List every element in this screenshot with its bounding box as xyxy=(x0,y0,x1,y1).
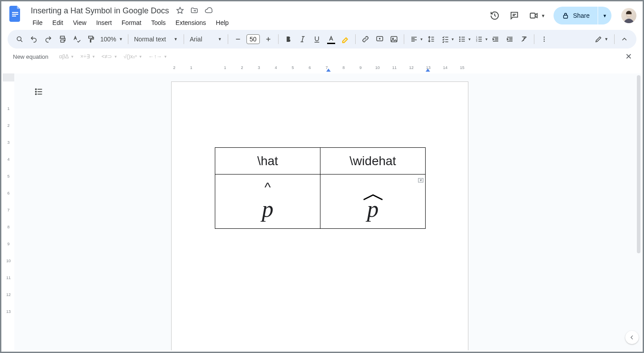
ruler-tick: 2 xyxy=(173,65,175,70)
equation-arrows-menu[interactable]: ←↑→▼ xyxy=(148,53,167,60)
menu-edit[interactable]: Edit xyxy=(49,17,67,28)
table-cell[interactable]: ^ p xyxy=(215,174,320,229)
share-dropdown-button[interactable]: ▼ xyxy=(598,7,611,24)
cloud-status-icon[interactable] xyxy=(205,7,213,15)
horizontal-ruler-row: 21123456789101112131415 xyxy=(1,65,643,73)
ruler-tick: 7 xyxy=(7,208,9,212)
underline-button[interactable] xyxy=(310,32,324,46)
first-line-indent-marker[interactable] xyxy=(326,69,331,72)
ruler-tick: 4 xyxy=(7,157,9,162)
bulleted-list-button[interactable] xyxy=(455,32,469,46)
menu-insert[interactable]: Insert xyxy=(93,17,115,28)
equation-operators-menu[interactable]: ×÷∃▼ xyxy=(80,53,95,60)
italic-button[interactable] xyxy=(296,32,309,46)
svg-point-20 xyxy=(544,37,545,37)
move-icon[interactable] xyxy=(190,7,198,15)
text-color-button[interactable] xyxy=(324,32,338,46)
ruler-tick: 3 xyxy=(258,65,260,70)
account-avatar[interactable] xyxy=(621,8,636,23)
svg-rect-0 xyxy=(12,12,18,13)
numbered-list-button[interactable]: 123 xyxy=(472,32,486,46)
document-title[interactable]: Inserting a Hat Symbol in Google Docs xyxy=(29,6,171,16)
ruler-tick: 9 xyxy=(7,242,9,246)
vertical-ruler[interactable]: 12345678910111213 xyxy=(3,73,14,350)
ruler-tick: 10 xyxy=(375,65,380,70)
paragraph-style-select[interactable]: Normal text▼ xyxy=(131,36,180,43)
history-icon[interactable] xyxy=(489,10,500,21)
hat-accent: ^ xyxy=(264,180,271,195)
new-equation-button[interactable]: New equation xyxy=(8,52,53,62)
svg-point-21 xyxy=(544,39,545,40)
svg-rect-9 xyxy=(61,40,64,42)
chevron-left-icon xyxy=(629,334,635,341)
hat-base: p xyxy=(262,196,274,222)
equation-greek-menu[interactable]: αβΔ▼ xyxy=(59,53,74,60)
ruler-tick: 5 xyxy=(291,65,294,70)
ruler-tick: 2 xyxy=(241,65,243,70)
collapse-toolbar-button[interactable] xyxy=(618,32,631,46)
menu-format[interactable]: Format xyxy=(118,17,145,28)
close-equation-button[interactable]: ✕ xyxy=(622,50,636,63)
pencil-icon xyxy=(595,35,603,43)
table-cell[interactable]: \hat xyxy=(215,148,320,174)
more-button[interactable] xyxy=(537,32,551,46)
font-size-input[interactable]: 50 xyxy=(246,34,260,44)
menu-tools[interactable]: Tools xyxy=(148,17,169,28)
undo-button[interactable] xyxy=(27,32,41,46)
svg-point-24 xyxy=(35,91,36,92)
show-outline-button[interactable] xyxy=(31,84,46,99)
checklist-button[interactable] xyxy=(439,32,452,46)
add-comment-button[interactable] xyxy=(373,32,386,46)
ruler-tick: 4 xyxy=(275,65,277,70)
insert-image-button[interactable] xyxy=(387,32,401,46)
print-button[interactable] xyxy=(56,32,69,46)
share-button[interactable]: Share xyxy=(554,7,598,24)
clear-formatting-button[interactable] xyxy=(517,32,531,46)
decrease-indent-button[interactable] xyxy=(489,32,502,46)
right-indent-marker[interactable] xyxy=(426,69,430,72)
equation-math-menu[interactable]: √()x₀ⁿ▼ xyxy=(123,53,142,60)
highlight-color-button[interactable] xyxy=(339,32,352,46)
docs-logo[interactable] xyxy=(8,6,24,22)
svg-rect-1 xyxy=(12,14,18,15)
menu-file[interactable]: File xyxy=(29,17,46,28)
document-page[interactable]: \hat \widehat ^ p ▾ xyxy=(171,81,468,350)
increase-indent-button[interactable] xyxy=(503,32,517,46)
vertical-scrollbar[interactable] xyxy=(636,73,641,350)
comments-icon[interactable] xyxy=(509,10,520,21)
spellcheck-button[interactable] xyxy=(70,32,83,46)
paint-format-button[interactable] xyxy=(84,32,98,46)
font-family-select[interactable]: Arial▼ xyxy=(187,36,225,43)
editing-mode-button[interactable]: ▼ xyxy=(592,35,611,43)
share-label: Share xyxy=(573,12,590,19)
outline-icon xyxy=(34,87,44,97)
horizontal-ruler[interactable]: 21123456789101112131415 xyxy=(13,65,643,73)
search-menus-button[interactable] xyxy=(13,32,26,46)
menu-view[interactable]: View xyxy=(70,17,90,28)
decrease-font-size-button[interactable] xyxy=(231,32,245,46)
meet-dropdown-icon[interactable]: ▼ xyxy=(541,13,546,18)
zoom-select[interactable]: 100%▼ xyxy=(98,36,125,43)
menu-extensions[interactable]: Extensions xyxy=(172,17,209,28)
ruler-tick: 1 xyxy=(7,106,9,111)
redo-button[interactable] xyxy=(41,32,55,46)
document-canvas[interactable]: \hat \widehat ^ p ▾ xyxy=(14,73,641,350)
increase-font-size-button[interactable] xyxy=(262,32,275,46)
widehat-base: p xyxy=(367,196,379,222)
insert-link-button[interactable] xyxy=(359,32,372,46)
document-table[interactable]: \hat \widehat ^ p ▾ xyxy=(215,147,426,229)
table-cell[interactable]: \widehat xyxy=(320,148,426,174)
table-cell[interactable]: ▾ p xyxy=(320,174,426,229)
meet-icon[interactable] xyxy=(528,10,540,21)
svg-rect-4 xyxy=(563,15,567,18)
equation-relations-menu[interactable]: <≠⊃▼ xyxy=(102,53,118,60)
star-icon[interactable] xyxy=(176,7,184,15)
ruler-tick: 6 xyxy=(7,191,9,195)
bold-button[interactable] xyxy=(282,32,295,46)
ruler-tick: 1 xyxy=(190,65,192,70)
ruler-tick: 15 xyxy=(460,65,464,70)
menu-help[interactable]: Help xyxy=(212,17,232,28)
svg-point-7 xyxy=(17,37,21,41)
line-spacing-button[interactable] xyxy=(424,32,438,46)
align-button[interactable] xyxy=(407,32,421,46)
